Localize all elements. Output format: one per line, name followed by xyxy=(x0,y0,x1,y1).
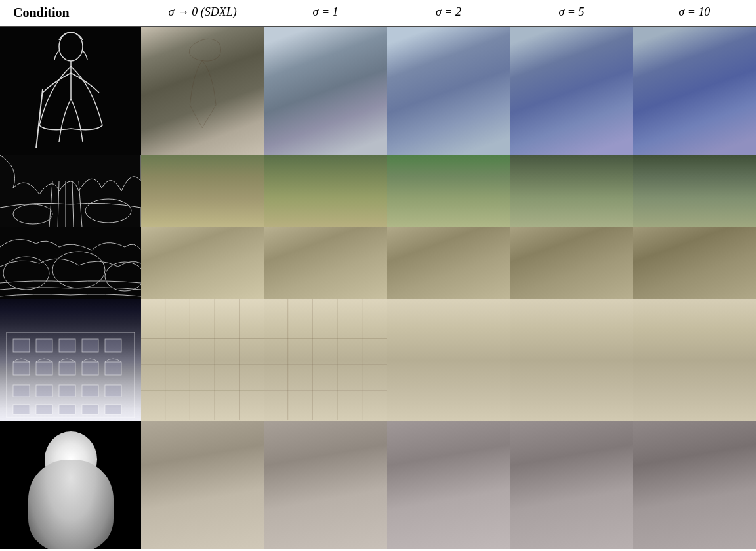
gen-cell-r1c4 xyxy=(387,27,510,155)
gen-cell-r4c3 xyxy=(264,299,387,421)
condition-cell-r4 xyxy=(0,299,141,421)
header-col5: σ = 5 xyxy=(510,0,633,26)
gen-cell-r3c5 xyxy=(510,227,633,299)
svg-point-10 xyxy=(3,257,49,290)
svg-point-8 xyxy=(13,204,52,224)
gen-cell-r1c2 xyxy=(141,27,264,155)
svg-line-7 xyxy=(79,181,82,227)
gen-cell-r1c3 xyxy=(264,27,387,155)
svg-point-9 xyxy=(85,199,131,223)
gen-cell-r3c6 xyxy=(633,227,756,299)
gen-cell-r3c4 xyxy=(387,227,510,299)
main-container: Condition σ → 0 (SDXL) σ = 1 σ = 2 σ = 5… xyxy=(0,0,756,551)
svg-point-11 xyxy=(52,252,105,288)
header-col2: σ → 0 (SDXL) xyxy=(141,0,264,26)
header-row: Condition σ → 0 (SDXL) σ = 1 σ = 2 σ = 5… xyxy=(0,0,756,27)
gen-cell-r1c5 xyxy=(510,27,633,155)
header-col4: σ = 2 xyxy=(387,0,510,26)
header-col3: σ = 1 xyxy=(264,0,387,26)
svg-line-3 xyxy=(49,181,52,227)
image-grid xyxy=(0,27,756,549)
gen-cell-r2c3 xyxy=(264,155,387,227)
image-row-1 xyxy=(0,27,756,155)
image-row-3 xyxy=(0,227,756,299)
svg-line-4 xyxy=(58,181,59,227)
header-condition: Condition xyxy=(0,0,141,26)
gen-cell-r4c6 xyxy=(633,299,756,421)
gen-cell-r5c4 xyxy=(387,421,510,549)
gen-cell-r2c5 xyxy=(510,155,633,227)
condition-cell-r2 xyxy=(0,155,141,227)
image-row-2 xyxy=(0,155,756,227)
svg-line-2 xyxy=(36,89,43,148)
gen-cell-r4c4 xyxy=(387,299,510,421)
image-row-4 xyxy=(0,299,756,421)
image-row-5 xyxy=(0,421,756,549)
gen-cell-r3c3 xyxy=(264,227,387,299)
gen-cell-r5c2 xyxy=(141,421,264,549)
svg-point-0 xyxy=(59,32,83,61)
gen-cell-r4c2 xyxy=(141,299,264,421)
gen-cell-r5c6 xyxy=(633,421,756,549)
gen-cell-r5c5 xyxy=(510,421,633,549)
gen-cell-r1c6 xyxy=(633,27,756,155)
condition-cell-r5 xyxy=(0,421,141,549)
condition-cell-r1 xyxy=(0,27,141,155)
gen-cell-r2c6 xyxy=(633,155,756,227)
gen-cell-r3c2 xyxy=(141,227,264,299)
gen-cell-r2c4 xyxy=(387,155,510,227)
gen-cell-r2c2 xyxy=(141,155,264,227)
condition-cell-r3 xyxy=(0,227,141,299)
svg-line-6 xyxy=(72,181,74,227)
svg-point-12 xyxy=(105,262,141,291)
gen-cell-r4c5 xyxy=(510,299,633,421)
gen-cell-r5c3 xyxy=(264,421,387,549)
header-col6: σ = 10 xyxy=(633,0,756,26)
